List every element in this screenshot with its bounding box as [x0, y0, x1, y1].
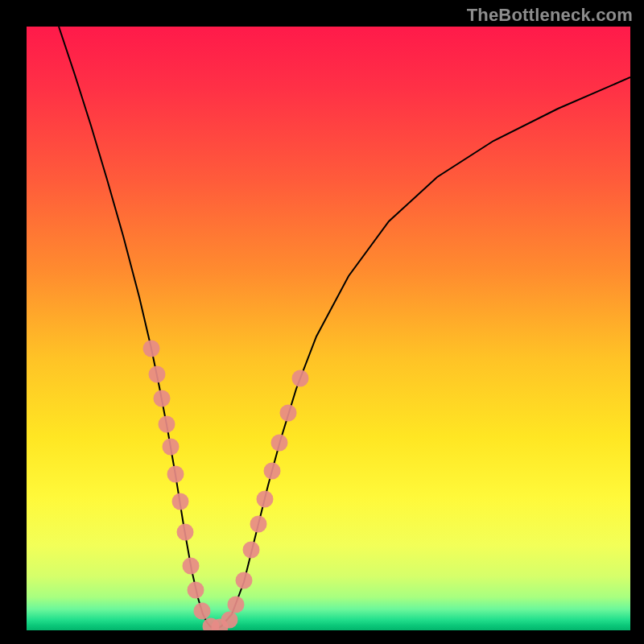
data-point	[221, 612, 238, 629]
data-point	[172, 493, 189, 510]
data-point	[228, 597, 245, 613]
curve-layer	[27, 27, 630, 630]
data-point	[280, 405, 297, 422]
data-point	[250, 516, 267, 533]
data-point	[271, 435, 288, 452]
data-point	[264, 463, 281, 480]
plot-area	[27, 27, 630, 630]
data-point	[236, 572, 253, 589]
data-point	[163, 439, 180, 456]
chart-frame: TheBottleneck.com	[0, 0, 644, 644]
data-point	[243, 542, 260, 559]
bottleneck-curve	[59, 27, 630, 629]
data-point	[149, 366, 166, 383]
data-point	[188, 582, 204, 599]
data-point	[177, 524, 194, 541]
data-point	[183, 558, 200, 575]
highlight-dots	[143, 341, 309, 631]
data-point	[292, 370, 309, 387]
data-point	[154, 390, 171, 407]
data-point	[257, 491, 274, 508]
data-point	[143, 341, 160, 357]
watermark-text: TheBottleneck.com	[467, 5, 633, 26]
data-point	[167, 466, 184, 483]
data-point	[194, 603, 211, 620]
data-point	[159, 416, 175, 433]
